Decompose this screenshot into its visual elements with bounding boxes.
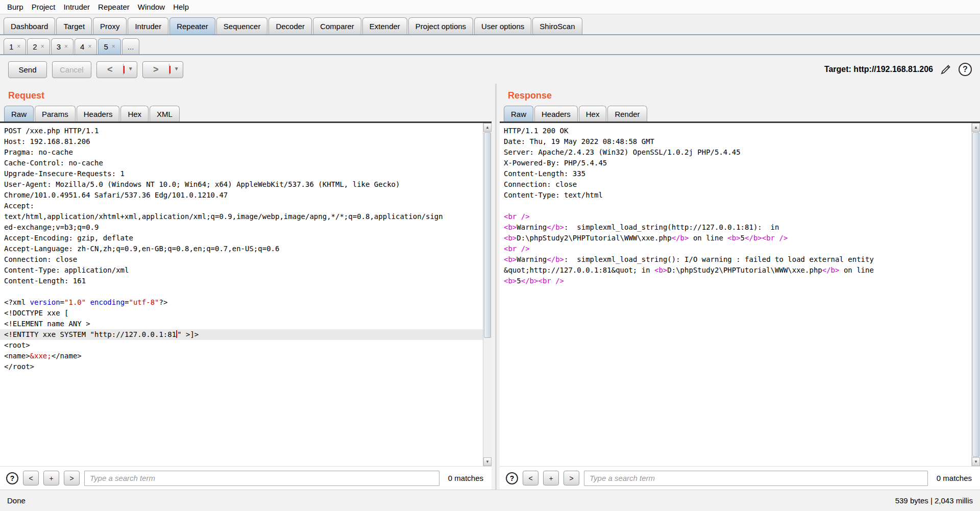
main-tab-extender[interactable]: Extender <box>362 17 407 34</box>
search-next-button[interactable]: > <box>564 471 579 485</box>
repeater-tab-2[interactable]: 2× <box>27 38 50 54</box>
main-tab-sequencer[interactable]: Sequencer <box>216 17 268 34</box>
previous-request-button[interactable]: < ▼ <box>96 61 137 78</box>
repeater-tab-label: 5 <box>104 42 108 51</box>
send-button[interactable]: Send <box>8 61 47 78</box>
request-tab-label: Headers <box>84 110 113 118</box>
cancel-button[interactable]: Cancel <box>52 61 91 78</box>
edit-target-icon[interactable] <box>939 63 952 76</box>
search-options-button[interactable]: + <box>543 471 559 485</box>
code-line: <name>&xxe;</name> <box>0 351 483 361</box>
search-prev-button[interactable]: < <box>523 471 538 485</box>
response-editor[interactable]: HTTP/1.1 200 OKDate: Thu, 19 May 2022 08… <box>500 123 971 466</box>
menu-item-burp[interactable]: Burp <box>3 3 28 11</box>
code-line: Accept: <box>0 201 483 211</box>
main-tab-label: Intruder <box>135 22 161 31</box>
repeater-tab-overflow[interactable]: ... <box>122 38 140 54</box>
close-tab-icon[interactable]: × <box>41 43 44 50</box>
menu-item-window[interactable]: Window <box>134 3 169 11</box>
response-tab-bar: RawHeadersHexRender <box>500 106 980 123</box>
code-line <box>500 201 971 211</box>
code-line: Content-Type: application/xml <box>0 265 483 276</box>
request-panel: Request RawParamsHeadersHexXML POST /xxe… <box>0 84 492 490</box>
menu-item-help[interactable]: Help <box>169 3 193 11</box>
close-tab-icon[interactable]: × <box>88 43 91 50</box>
repeater-tab-label: 4 <box>80 42 84 51</box>
menu-item-intruder[interactable]: Intruder <box>59 3 94 11</box>
code-line: <b>5</b><br /> <box>500 276 971 286</box>
repeater-tab-5[interactable]: 5× <box>98 38 120 54</box>
repeater-content: Request RawParamsHeadersHexXML POST /xxe… <box>0 84 980 490</box>
repeater-tab-4[interactable]: 4× <box>75 38 97 54</box>
request-tab-params[interactable]: Params <box>35 106 76 121</box>
repeater-tab-1[interactable]: 1× <box>4 38 26 54</box>
request-editor[interactable]: POST /xxe.php HTTP/1.1Host: 192.168.81.2… <box>0 123 483 466</box>
request-search-input[interactable] <box>84 471 439 486</box>
repeater-tab-label: 3 <box>57 42 61 51</box>
search-help-icon[interactable]: ? <box>6 472 18 484</box>
scroll-up-icon[interactable]: ▲ <box>483 123 492 132</box>
search-prev-button[interactable]: < <box>23 471 39 485</box>
request-scrollbar[interactable]: ▲ ▼ <box>483 123 492 466</box>
repeater-tab-label: 2 <box>33 42 37 51</box>
code-line: Content-Length: 335 <box>500 168 971 179</box>
request-editor-wrap: POST /xxe.php HTTP/1.1Host: 192.168.81.2… <box>0 123 492 466</box>
main-tab-proxy[interactable]: Proxy <box>93 17 127 34</box>
repeater-tab-label: 1 <box>9 42 13 51</box>
next-request-button[interactable]: > ▼ <box>142 61 183 78</box>
main-tab-intruder[interactable]: Intruder <box>128 17 168 34</box>
response-tab-raw[interactable]: Raw <box>504 106 533 121</box>
response-tab-hex[interactable]: Hex <box>579 106 607 121</box>
search-options-button[interactable]: + <box>43 471 59 485</box>
code-line: Upgrade-Insecure-Requests: 1 <box>0 168 483 179</box>
menu-item-project[interactable]: Project <box>28 3 60 11</box>
main-tab-project-options[interactable]: Project options <box>408 17 473 34</box>
code-line: <root> <box>0 340 483 351</box>
response-match-count: 0 matches <box>933 474 974 482</box>
response-search-input[interactable] <box>584 471 928 486</box>
main-tab-label: Extender <box>370 22 400 31</box>
main-tab-user-options[interactable]: User options <box>474 17 531 34</box>
request-tab-label: Hex <box>128 110 141 118</box>
code-line: <!ENTITY xxe SYSTEM "http://127.0.0.1:81… <box>0 329 483 340</box>
request-tab-headers[interactable]: Headers <box>77 106 120 121</box>
panel-splitter[interactable] <box>492 84 500 490</box>
status-bar: Done 539 bytes | 2,043 millis <box>0 490 980 511</box>
chevron-down-icon[interactable]: ▼ <box>169 66 183 74</box>
main-tab-shiroscan[interactable]: ShiroScan <box>532 17 582 34</box>
request-tab-hex[interactable]: Hex <box>120 106 149 121</box>
close-tab-icon[interactable]: × <box>112 43 115 50</box>
scrollbar-thumb[interactable] <box>972 132 979 457</box>
request-panel-title: Request <box>0 84 492 106</box>
request-tab-raw[interactable]: Raw <box>4 106 34 121</box>
request-tab-xml[interactable]: XML <box>150 106 180 121</box>
scrollbar-thumb[interactable] <box>484 132 491 338</box>
response-tab-headers[interactable]: Headers <box>534 106 578 121</box>
response-tab-render[interactable]: Render <box>607 106 647 121</box>
main-tab-comparer[interactable]: Comparer <box>313 17 361 34</box>
code-line: X-Powered-By: PHP/5.4.45 <box>500 158 971 168</box>
response-scrollbar[interactable]: ▲ ▼ <box>971 123 980 466</box>
search-help-icon[interactable]: ? <box>506 472 518 484</box>
close-tab-icon[interactable]: × <box>17 43 20 50</box>
main-tab-repeater[interactable]: Repeater <box>169 17 215 34</box>
main-tab-decoder[interactable]: Decoder <box>268 17 312 34</box>
help-icon[interactable]: ? <box>959 63 972 76</box>
scroll-up-icon[interactable]: ▲ <box>972 123 980 132</box>
splitter-line <box>495 84 497 490</box>
code-line: <b>Warning</b>: simplexml_load_string():… <box>500 254 971 265</box>
code-line: text/html,application/xhtml+xml,applicat… <box>0 211 483 222</box>
scroll-down-icon[interactable]: ▼ <box>972 457 980 466</box>
main-tab-dashboard[interactable]: Dashboard <box>4 17 55 34</box>
request-tab-bar: RawParamsHeadersHexXML <box>0 106 492 123</box>
main-tab-target[interactable]: Target <box>56 17 92 34</box>
response-panel-title: Response <box>500 84 980 106</box>
menu-item-repeater[interactable]: Repeater <box>94 3 134 11</box>
scroll-down-icon[interactable]: ▼ <box>483 457 492 466</box>
response-tab-label: Raw <box>511 110 526 118</box>
chevron-down-icon[interactable]: ▼ <box>124 66 137 74</box>
repeater-tab-3[interactable]: 3× <box>51 38 74 54</box>
search-next-button[interactable]: > <box>64 471 80 485</box>
code-line: <!DOCTYPE xxe [ <box>0 308 483 319</box>
close-tab-icon[interactable]: × <box>64 43 68 50</box>
